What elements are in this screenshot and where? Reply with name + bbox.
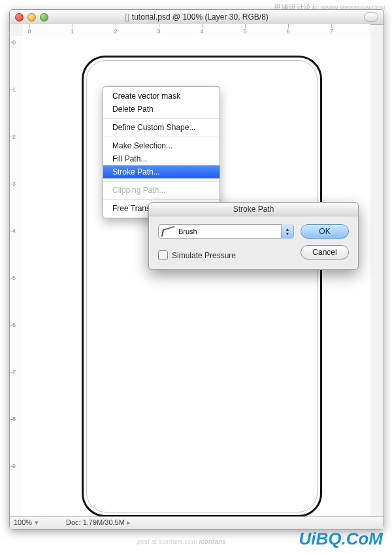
ruler-top-label: 0	[27, 28, 31, 35]
ruler-left-label: 5	[12, 275, 16, 281]
toolbar-pill-icon[interactable]	[364, 12, 378, 22]
ruler-top-label: 4	[200, 28, 203, 35]
menu-item-define-custom-shape[interactable]: Define Custom Shape...	[103, 118, 220, 134]
ruler-origin[interactable]	[10, 24, 24, 37]
watermark-bottom: UiBQ.CoM	[299, 529, 383, 549]
photoshop-window: []tutorial.psd @ 100% (Layer 30, RGB/8) …	[9, 9, 384, 529]
tool-select-value: Brush	[178, 227, 197, 235]
menu-item-create-vector-mask[interactable]: Create vector mask	[103, 90, 220, 103]
simulate-pressure-checkbox[interactable]	[158, 250, 168, 260]
ruler-left-label: 3	[12, 180, 16, 187]
ruler-top-label: 7	[329, 28, 333, 35]
ruler-vertical[interactable]: 0123456789	[10, 36, 24, 517]
cancel-button[interactable]: Cancel	[301, 245, 349, 260]
ruler-left-label: 7	[12, 369, 16, 375]
scrollbar-vertical[interactable]	[370, 36, 384, 517]
zoom-icon[interactable]	[40, 13, 48, 22]
window-titlebar[interactable]: []tutorial.psd @ 100% (Layer 30, RGB/8)	[10, 10, 384, 25]
window-title: []tutorial.psd @ 100% (Layer 30, RGB/8)	[10, 12, 384, 22]
ruler-top-label: 5	[243, 28, 246, 35]
watermark-postat: post at iconfans.com iconfans	[137, 538, 226, 545]
ruler-left-label: 2	[12, 133, 16, 140]
zoom-level[interactable]: 100%	[14, 518, 39, 527]
ruler-horizontal[interactable]: 01234567	[23, 24, 370, 37]
ok-button[interactable]: OK	[301, 224, 349, 239]
select-stepper-icon[interactable]: ▲▼	[281, 224, 293, 239]
stroke-path-dialog[interactable]: Stroke Path Brush ▲▼ OK Simulate Pressur…	[148, 202, 359, 270]
ruler-left-label: 6	[12, 322, 16, 328]
simulate-pressure-label: Simulate Pressure	[172, 251, 236, 260]
ruler-left-label: 4	[12, 227, 16, 234]
menu-item-make-selection[interactable]: Make Selection...	[103, 137, 220, 152]
ruler-top-label: 6	[286, 28, 289, 35]
ruler-left-label: 1	[12, 86, 16, 93]
document-info[interactable]: Doc: 1.79M/30.5M	[66, 518, 131, 527]
path-context-menu[interactable]: Create vector maskDelete PathDefine Cust…	[103, 86, 220, 218]
dialog-title: Stroke Path	[149, 203, 358, 216]
brush-icon	[161, 226, 175, 237]
status-bar: 100% Doc: 1.79M/30.5M	[10, 516, 384, 529]
ruler-left-label: 0	[12, 39, 16, 46]
tool-select[interactable]: Brush ▲▼	[158, 224, 294, 239]
ruler-left-label: 8	[12, 416, 16, 422]
close-icon[interactable]	[15, 13, 24, 22]
menu-item-clipping-path: Clipping Path...	[103, 181, 220, 197]
menu-item-stroke-path[interactable]: Stroke Path...	[103, 165, 220, 178]
minimize-icon[interactable]	[27, 13, 36, 22]
ruler-top-label: 2	[114, 28, 117, 35]
menu-item-fill-path[interactable]: Fill Path...	[103, 152, 220, 165]
ruler-top-label: 1	[71, 28, 74, 35]
ruler-top-label: 3	[157, 28, 160, 35]
ruler-left-label: 9	[12, 463, 16, 469]
menu-item-delete-path[interactable]: Delete Path	[103, 103, 220, 116]
